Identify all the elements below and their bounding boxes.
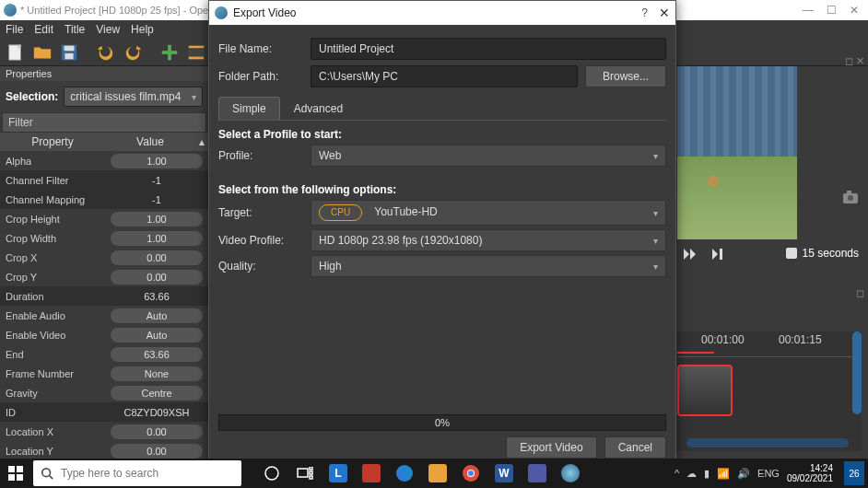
select-options-heading: Select from the following options: <box>218 183 666 196</box>
menu-title[interactable]: Title <box>65 23 85 36</box>
property-row[interactable]: Location Y0.00 <box>0 441 208 460</box>
timeline-h-scrollbar[interactable] <box>686 438 849 447</box>
svg-rect-27 <box>310 476 312 479</box>
tab-advanced[interactable]: Advanced <box>280 97 357 120</box>
property-row[interactable]: GravityCentre <box>0 383 208 402</box>
property-row[interactable]: Enable AudioAuto <box>0 306 208 325</box>
task-view-icon[interactable] <box>295 463 315 483</box>
tray-volume-icon[interactable]: 🔊 <box>737 468 750 480</box>
taskbar-openshot-icon[interactable] <box>560 463 581 483</box>
property-value[interactable]: 0.00 <box>111 424 203 439</box>
tray-notifications[interactable]: 26 <box>844 461 864 485</box>
property-row[interactable]: End63.66 <box>0 344 208 364</box>
target-dropdown[interactable]: CPU YouTube-HD ▾ <box>311 200 666 226</box>
tray-clock[interactable]: 14:24 09/02/2021 <box>787 463 833 483</box>
property-row[interactable]: Channel Filter-1 <box>0 170 208 190</box>
scrollbar-gutter: ▴ <box>195 133 208 151</box>
undo-icon[interactable] <box>94 41 118 64</box>
taskbar-file-explorer-icon[interactable] <box>428 463 448 483</box>
property-value[interactable]: 1.00 <box>111 154 203 168</box>
cortana-icon[interactable] <box>262 463 282 483</box>
folder-path-input[interactable]: C:\Users\My PC <box>311 65 578 87</box>
dialog-help-icon[interactable]: ? <box>641 6 648 19</box>
video-preview[interactable] <box>677 66 797 239</box>
property-value[interactable]: 63.66 <box>111 289 203 304</box>
property-row[interactable]: Crop Height1.00 <box>0 209 208 228</box>
property-name: ID <box>0 407 105 418</box>
filter-input[interactable]: Filter <box>2 112 206 133</box>
property-value[interactable]: None <box>111 366 203 381</box>
property-value[interactable]: C8ZYD09XSH <box>111 405 203 420</box>
timeline[interactable]: 00:01:00 00:01:15 <box>677 331 862 451</box>
tray-overflow-icon[interactable]: ^ <box>674 468 679 479</box>
property-value[interactable]: 63.66 <box>111 347 203 362</box>
redo-icon[interactable] <box>121 41 145 64</box>
property-row[interactable]: Crop Y0.00 <box>0 267 208 286</box>
property-row[interactable]: Crop Width1.00 <box>0 228 208 248</box>
property-row[interactable]: Duration63.66 <box>0 286 208 306</box>
menu-edit[interactable]: Edit <box>34 23 53 36</box>
jump-to-end-icon[interactable] <box>710 247 725 261</box>
property-value[interactable]: -1 <box>111 192 203 207</box>
preview-pane-controls[interactable]: ◻ ✕ <box>845 55 864 67</box>
property-row[interactable]: Location X0.00 <box>0 422 208 441</box>
tray-onedrive-icon[interactable]: ☁ <box>686 468 697 480</box>
browse-button[interactable]: Browse... <box>585 65 666 87</box>
choose-profile-icon[interactable] <box>184 41 208 64</box>
tray-battery-icon[interactable]: ▮ <box>704 468 710 480</box>
property-row[interactable]: Enable VideoAuto <box>0 325 208 344</box>
taskbar-teams-icon[interactable] <box>527 463 547 483</box>
import-files-icon[interactable] <box>158 41 182 64</box>
property-value[interactable]: Centre <box>111 386 203 401</box>
snapshot-icon[interactable] <box>842 190 859 207</box>
taskbar-app-2[interactable] <box>361 463 381 483</box>
video-profile-dropdown[interactable]: HD 1080p 23.98 fps (1920x1080) ▾ <box>311 229 666 251</box>
profile-dropdown[interactable]: Web ▾ <box>311 145 666 167</box>
openshot-app-icon <box>215 6 228 19</box>
taskbar-edge-icon[interactable] <box>394 463 415 483</box>
save-project-icon[interactable] <box>57 41 81 64</box>
property-value[interactable]: Auto <box>111 308 203 323</box>
property-row[interactable]: Frame NumberNone <box>0 364 208 383</box>
property-value[interactable]: 0.00 <box>111 270 203 285</box>
taskbar-app-1[interactable]: L <box>328 463 348 483</box>
timeline-pane-controls[interactable]: ◻ <box>856 287 864 299</box>
export-video-button[interactable]: Export Video <box>506 436 597 459</box>
property-row[interactable]: Channel Mapping-1 <box>0 190 208 209</box>
close-icon[interactable]: ✕ <box>850 4 859 17</box>
start-button[interactable] <box>0 459 31 488</box>
file-name-input[interactable]: Untitled Project <box>311 38 666 60</box>
minimize-icon[interactable]: — <box>803 4 814 17</box>
property-value[interactable]: -1 <box>111 173 203 188</box>
property-value[interactable]: Auto <box>111 328 203 343</box>
open-project-icon[interactable] <box>30 41 54 64</box>
timeline-track[interactable] <box>677 365 862 420</box>
properties-list[interactable]: Alpha1.00Channel Filter-1Channel Mapping… <box>0 151 208 475</box>
cancel-button[interactable]: Cancel <box>604 436 666 459</box>
tray-language[interactable]: ENG <box>757 468 780 479</box>
taskbar-search[interactable]: Type here to search <box>33 460 241 486</box>
menu-view[interactable]: View <box>96 23 120 36</box>
taskbar-word-icon[interactable]: W <box>494 463 514 483</box>
tray-wifi-icon[interactable]: 📶 <box>717 468 730 480</box>
quality-dropdown[interactable]: High ▾ <box>311 255 666 277</box>
property-value[interactable]: 1.00 <box>111 231 203 246</box>
dialog-close-icon[interactable]: ✕ <box>659 6 670 20</box>
timeline-v-scrollbar[interactable] <box>852 331 862 414</box>
menu-file[interactable]: File <box>6 23 23 36</box>
property-row[interactable]: Alpha1.00 <box>0 151 208 170</box>
timeline-clip[interactable] <box>677 365 733 416</box>
menu-help[interactable]: Help <box>131 23 154 36</box>
new-project-icon[interactable] <box>4 41 28 64</box>
export-video-dialog: Export Video ? ✕ File Name: Untitled Pro… <box>208 0 676 465</box>
property-row[interactable]: IDC8ZYD09XSH <box>0 402 208 422</box>
property-row[interactable]: Crop X0.00 <box>0 248 208 267</box>
taskbar-chrome-icon[interactable] <box>461 463 481 483</box>
property-value[interactable]: 0.00 <box>111 250 203 265</box>
selection-dropdown[interactable]: critical issues film.mp4 ▾ <box>64 87 203 107</box>
tab-simple[interactable]: Simple <box>218 97 280 120</box>
fast-forward-icon[interactable] <box>683 247 698 261</box>
property-value[interactable]: 1.00 <box>111 212 203 227</box>
maximize-icon[interactable]: ☐ <box>827 4 837 17</box>
property-value[interactable]: 0.00 <box>111 444 203 459</box>
